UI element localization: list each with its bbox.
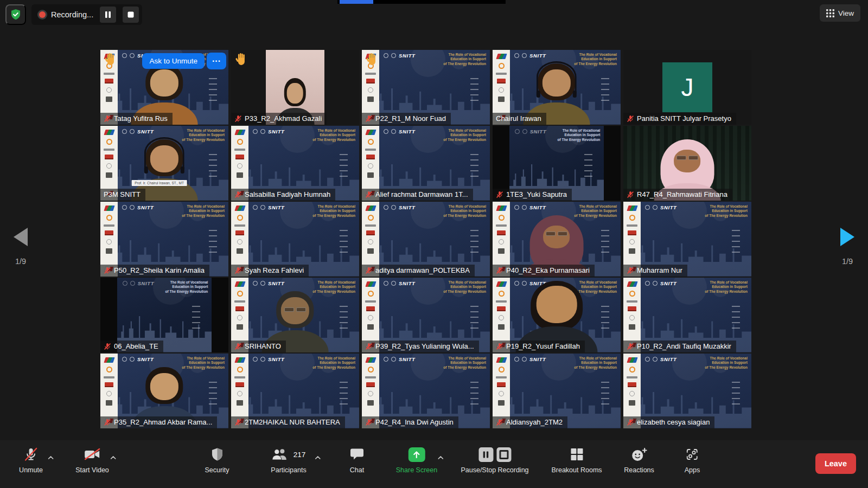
participant-tile[interactable]: SNITTThe Role of VocationalEducation in … [362, 354, 490, 428]
share-screen-button[interactable]: Share Screen [396, 446, 437, 474]
participant-name: Syah Reza Fahlevi [245, 266, 304, 274]
sponsor-logo [629, 367, 635, 373]
participant-name-label: Aldiansyah_2TM2 [493, 416, 567, 428]
background-tagline: The Role of VocationalEducation in Suppo… [312, 129, 355, 142]
participant-tile[interactable]: SNITTThe Role of VocationalEducation in … [623, 278, 751, 352]
brand-text: SNITT [529, 204, 546, 210]
unmute-options-chevron[interactable] [48, 452, 54, 462]
page-indicator: 1/9 [831, 257, 864, 266]
participant-tile[interactable]: SNITTThe Role of VocationalEducation in … [623, 202, 751, 277]
participant-tile[interactable]: SNITTThe Role of VocationalEducation in … [100, 126, 228, 201]
security-button[interactable]: Security [205, 446, 229, 474]
participant-tile[interactable]: SNITTThe Role of VocationalEducation in … [493, 50, 621, 125]
participant-tile[interactable]: JPanitia SNITT Julyar Prasetyo [623, 50, 751, 125]
share-options-chevron[interactable] [438, 452, 444, 462]
sponsor-logo [499, 87, 504, 93]
background-brand: SNITT [384, 280, 415, 286]
participant-tile[interactable]: SNITTThe Role of VocationalEducation in … [362, 126, 490, 201]
muted-mic-icon [234, 191, 242, 198]
participant-tile[interactable]: SNITTThe Role of VocationalEducation in … [231, 202, 359, 277]
reactions-button[interactable]: Reactions [624, 446, 654, 474]
participant-tile[interactable]: SNITTThe Role of VocationalEducation in … [100, 278, 228, 352]
sponsor-logo [234, 300, 245, 303]
background-dots [340, 153, 348, 177]
participant-tile[interactable]: SNITTThe Role of VocationalEducation in … [493, 278, 621, 352]
logo-dot-icon [384, 129, 388, 134]
background-brand: SNITT [514, 356, 546, 362]
participant-tile[interactable]: SNITTThe Role of VocationalEducation in … [100, 50, 228, 125]
logo-dot-icon [253, 281, 258, 286]
brand-text: SNITT [268, 204, 284, 210]
participant-tile[interactable]: SNITTThe Role of VocationalEducation in … [231, 278, 359, 352]
participant-name: elizabeth cesya siagian [637, 418, 710, 426]
participant-tile[interactable]: P33_R2_Akhmad Gazali [231, 50, 359, 125]
participant-tile[interactable]: SNITTThe Role of VocationalEducation in … [493, 354, 621, 428]
previous-page-arrow[interactable] [14, 228, 28, 246]
pause-recording-button[interactable] [100, 7, 116, 23]
tagline-line: of The Energy Revolution [312, 365, 355, 370]
participant-tile[interactable]: SNITTThe Role of VocationalEducation in … [362, 278, 490, 352]
meeting-toolbar: Unmute Start Video Security [0, 440, 868, 488]
pause-stop-recording-button[interactable]: Pause/Stop Recording [461, 446, 528, 474]
ask-to-unmute-button[interactable]: Ask to Unmute [142, 53, 205, 69]
participant-tile[interactable]: SNITTThe Role of VocationalEducation in … [623, 354, 751, 428]
sponsor-logo [368, 215, 374, 221]
sponsor-logo [368, 239, 373, 245]
tagline-line: of The Energy Revolution [312, 214, 355, 218]
participant-name-label: Panitia SNITT Julyar Prasetyo [623, 113, 736, 125]
start-video-button[interactable]: Start Video [75, 446, 109, 474]
participant-tile[interactable]: SNITTThe Role of VocationalEducation in … [100, 354, 228, 428]
brand-text: SNITT [138, 280, 154, 286]
muted-mic-icon [496, 343, 503, 350]
participant-name: P33_R2_Akhmad Gazali [245, 114, 322, 123]
face [674, 150, 700, 172]
participant-tile[interactable]: SNITTThe Role of VocationalEducation in … [231, 126, 359, 201]
sponsor-logo [235, 155, 244, 159]
sponsor-logo [237, 367, 243, 373]
reactions-label: Reactions [624, 466, 654, 474]
participant-tile[interactable]: SNITTThe Role of VocationalEducation in … [493, 202, 621, 277]
view-button[interactable]: View [820, 4, 860, 22]
tagline-line: of The Energy Revolution [705, 214, 748, 218]
participants-count-badge: 217 [293, 451, 306, 459]
logo-dot-icon [391, 281, 396, 286]
participant-tile[interactable]: SNITTThe Role of VocationalEducation in … [493, 126, 621, 201]
breakout-rooms-button[interactable]: Breakout Rooms [551, 446, 602, 474]
brand-text: SNITT [137, 356, 154, 362]
breakout-rooms-icon [570, 447, 584, 461]
brand-text: SNITT [399, 356, 415, 362]
unmute-button[interactable]: Unmute [19, 446, 43, 474]
participants-options-chevron[interactable] [315, 452, 321, 462]
logo-dot-icon [653, 281, 658, 286]
sponsor-logo [105, 230, 113, 235]
participant-tile[interactable]: R47_R4_Rahmawati Fitriana [623, 126, 751, 201]
sponsor-logo [237, 248, 243, 254]
participant-tile[interactable]: SNITTThe Role of VocationalEducation in … [100, 202, 228, 277]
video-options-chevron[interactable] [110, 452, 116, 462]
tagline-line: of The Energy Revolution [165, 290, 208, 294]
tagline-line: Education in Support [574, 209, 617, 213]
leave-button[interactable]: Leave [815, 453, 856, 474]
chat-button[interactable]: Chat [349, 446, 365, 474]
participant-tile[interactable]: SNITTThe Role of VocationalEducation in … [231, 354, 359, 428]
tagline-line: The Role of Vocational [705, 204, 748, 209]
background-brand: SNITT [384, 356, 415, 362]
participants-button[interactable]: 217 Participants [271, 446, 306, 474]
sponsor-logo [366, 382, 375, 387]
sponsor-logo [368, 315, 373, 320]
participant-tile[interactable]: SNITTThe Role of VocationalEducation in … [362, 202, 490, 277]
participant-name: P3M SNITT [104, 190, 141, 198]
meeting-info-shield-button[interactable] [5, 4, 26, 25]
sponsor-logo [365, 300, 376, 303]
next-page-arrow[interactable] [840, 228, 854, 246]
stop-recording-button[interactable] [123, 7, 139, 23]
raised-hand-icon [234, 52, 248, 69]
background-brand: SNITT [645, 356, 676, 362]
background-dots [732, 305, 740, 329]
more-options-button[interactable]: ··· [207, 53, 226, 69]
gallery-pager-right: 1/9 [831, 228, 864, 266]
face [150, 69, 178, 97]
apps-button[interactable]: Apps [685, 446, 700, 474]
tagline-line: Education in Support [165, 285, 208, 289]
participant-tile[interactable]: SNITTThe Role of VocationalEducation in … [362, 50, 490, 125]
